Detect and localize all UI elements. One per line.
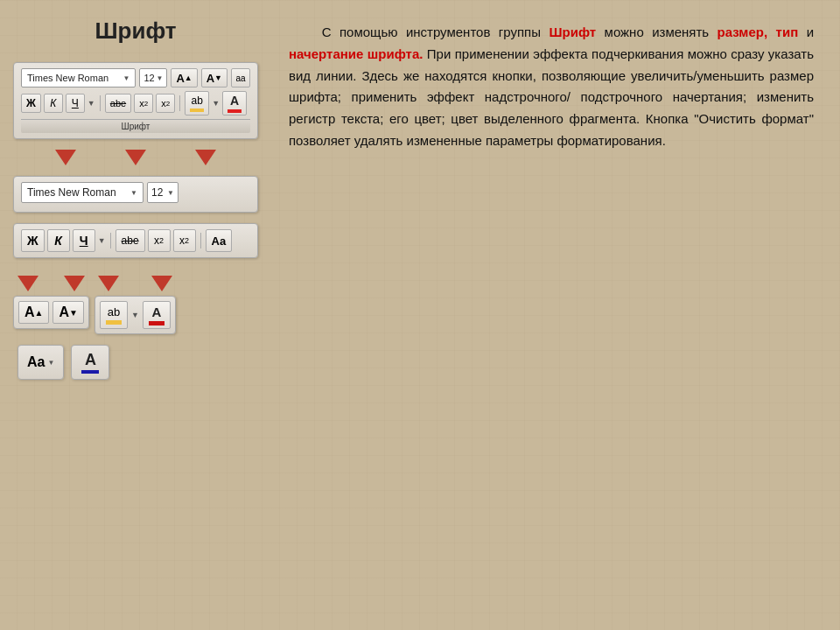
- text-paragraph: С помощью инструментов группы Шрифт можн…: [289, 22, 814, 152]
- font-name-dropdown[interactable]: Times New Roman ▼: [21, 68, 136, 88]
- font-color-large-button[interactable]: A: [71, 345, 109, 380]
- left-panel: Шрифт Times New Roman ▼ 12 ▼ A▲ A▼ aa Ж …: [0, 0, 271, 630]
- zoom-italic-button[interactable]: К: [47, 229, 70, 252]
- grow-shrink-box: A▲ A▼: [13, 296, 89, 329]
- change-case-arrow: ▼: [47, 359, 54, 367]
- large-color-letter: A: [151, 304, 161, 319]
- shrink-font-button[interactable]: A▼: [201, 68, 228, 88]
- zoom-superscript-button[interactable]: x2: [173, 229, 196, 252]
- zoom-changecase-button[interactable]: Aa: [206, 229, 233, 252]
- zoom-font-size-dropdown[interactable]: 12 ▼: [147, 182, 178, 203]
- clear-format-button[interactable]: aa: [231, 68, 250, 88]
- grow-font-large-button[interactable]: A▲: [18, 301, 49, 324]
- separator-1: [100, 95, 101, 111]
- zoom-underline-button[interactable]: Ч: [73, 229, 95, 252]
- font-name-value: Times New Roman: [27, 73, 108, 83]
- shrink-font-large-button[interactable]: A▼: [52, 301, 83, 324]
- page-title: Шрифт: [13, 18, 258, 45]
- underline-button[interactable]: Ч: [66, 94, 85, 113]
- text-content: С помощью инструментов группы Шрифт можн…: [289, 22, 814, 152]
- separator-2: [179, 95, 180, 111]
- zoom-font-name-value: Times New Roman: [27, 186, 116, 199]
- arrow-2: [125, 150, 146, 165]
- font-size-dropdown[interactable]: 12 ▼: [139, 68, 167, 88]
- arrows-row-1: [13, 150, 258, 165]
- strikethrough-button[interactable]: abe: [105, 94, 131, 113]
- change-case-large-button[interactable]: Aa ▼: [18, 345, 64, 380]
- font-size-arrow: ▼: [156, 74, 163, 82]
- zoom-subscript-button[interactable]: x2: [148, 229, 171, 252]
- arrow-1: [55, 150, 76, 165]
- large-color-button[interactable]: A: [143, 301, 171, 329]
- grow-font-button[interactable]: A▲: [171, 68, 197, 88]
- zoom-strikethrough-button[interactable]: abe: [116, 229, 145, 252]
- highlight-button[interactable]: ab: [185, 91, 209, 116]
- font-color-bar: [228, 109, 242, 113]
- small-group-row: A▲ A▼ ab ▼ A: [13, 276, 258, 334]
- ribbon-top-row: Times New Roman ▼ 12 ▼ A▲ A▼ aa: [21, 68, 250, 88]
- underline-arrow: ▼: [88, 99, 95, 108]
- ribbon-btn-row: Ж К Ч ▼ abe x2 x2 ab ▼ A: [21, 91, 250, 116]
- highlight-icon: ab: [191, 94, 202, 107]
- bottom-btns-row: Aa ▼ A: [13, 345, 258, 380]
- large-highlight-icon: ab: [108, 305, 120, 318]
- arrow-3: [195, 150, 216, 165]
- zoom-font-name-dropdown[interactable]: Times New Roman ▼: [21, 182, 144, 203]
- font-color-large-letter: A: [85, 351, 96, 369]
- main-ribbon-box: Times New Roman ▼ 12 ▼ A▲ A▼ aa Ж К Ч ▼ …: [13, 62, 258, 139]
- font-size-value: 12: [144, 73, 154, 83]
- arrow-left-1: [18, 276, 38, 291]
- subscript-button[interactable]: x2: [134, 94, 153, 113]
- font-name-arrow: ▼: [122, 74, 130, 82]
- font-color-large-bar: [81, 370, 99, 374]
- large-highlight-button[interactable]: ab: [100, 301, 128, 329]
- highlight-word-tip: тип: [776, 24, 799, 39]
- zoom-btn-row: Ж К Ч ▼ abe x2 x2 Aa: [21, 229, 250, 252]
- highlight-word-shrifta: шрифта.: [368, 46, 424, 61]
- large-highlight-arrow: ▼: [131, 311, 139, 319]
- arrow-mid-2: [151, 276, 172, 291]
- zoom-btns-box: Ж К Ч ▼ abe x2 x2 Aa: [13, 223, 258, 258]
- large-highlight-bar: [106, 320, 122, 325]
- zoom-fontname-box: Times New Roman ▼ 12 ▼: [13, 176, 258, 213]
- change-case-label: Aa: [27, 354, 45, 370]
- zoom-sep-1: [110, 233, 111, 248]
- highlight-color-bar: [190, 108, 204, 112]
- ribbon-label: Шрифт: [21, 119, 250, 133]
- zoom-font-size-value: 12: [151, 186, 163, 199]
- superscript-button[interactable]: x2: [156, 94, 175, 113]
- zoom-sep-2: [200, 233, 201, 248]
- right-panel: С помощью инструментов группы Шрифт можн…: [271, 0, 840, 630]
- highlight-word-shrift: Шрифт: [549, 24, 596, 39]
- zoom-font-name-arrow: ▼: [130, 189, 137, 197]
- bold-button[interactable]: Ж: [21, 94, 41, 113]
- highlight-word-nachertanie: начертание: [289, 46, 363, 61]
- arrow-right-1: [64, 276, 85, 291]
- italic-button[interactable]: К: [44, 94, 63, 113]
- highlight-arrow: ▼: [212, 99, 220, 108]
- highlight-word-razmer: размер,: [718, 24, 768, 39]
- highlight-color-box: ab ▼ A: [94, 296, 176, 334]
- zoom-top-row: Times New Roman ▼ 12 ▼: [21, 182, 250, 203]
- zoom-underline-arrow: ▼: [98, 236, 106, 245]
- font-color-letter: A: [230, 94, 239, 108]
- font-color-button[interactable]: A: [222, 91, 247, 116]
- zoom-font-size-arrow: ▼: [167, 189, 174, 197]
- arrow-mid-1: [98, 276, 119, 291]
- large-color-bar: [149, 321, 164, 326]
- zoom-bold-button[interactable]: Ж: [21, 229, 45, 252]
